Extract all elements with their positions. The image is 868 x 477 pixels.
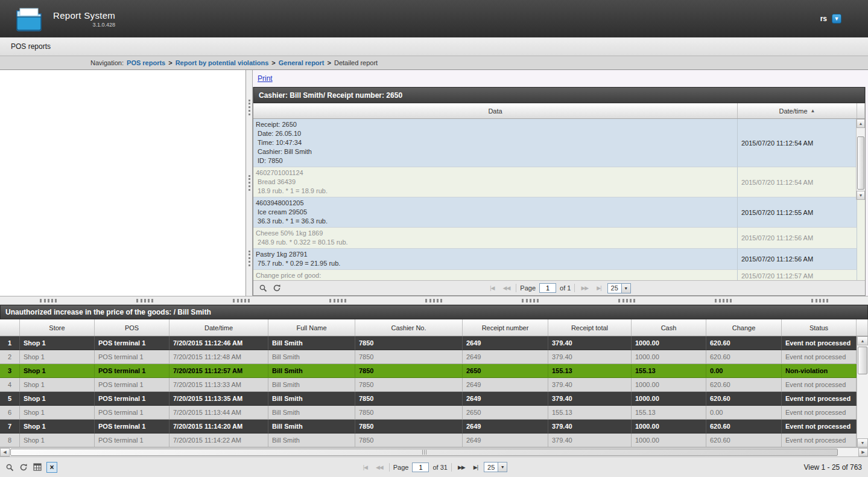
violation-row[interactable]: 1 Shop 1 POS terminal 1 7/20/2015 11:12:… xyxy=(0,336,857,350)
detail-row[interactable]: Change price of good: 2015/07/20 11:12:5… xyxy=(253,270,857,280)
cell-receipt-total: 155.13 xyxy=(548,364,632,378)
detail-grid-body: Receipt: 2650 Date: 26.05.10 Time: 10:47… xyxy=(253,119,865,280)
detail-panel: Print Cashier: Bill Smith/ Receipt numbe… xyxy=(253,70,868,296)
column-header-receipt-total[interactable]: Receipt total xyxy=(548,319,632,336)
column-header-full-name[interactable]: Full Name xyxy=(268,319,355,336)
refresh-icon[interactable] xyxy=(19,463,28,472)
horizontal-splitter[interactable] xyxy=(0,296,868,305)
cell-status: Non-violation xyxy=(782,364,857,378)
detail-row[interactable]: 4602701001124 Bread 36439 18.9 rub. * 1 … xyxy=(253,167,857,197)
grid-view-icon[interactable] xyxy=(33,463,42,472)
scroll-down-button[interactable]: ▼ xyxy=(857,191,865,200)
clear-selection-button[interactable]: × xyxy=(46,462,57,473)
detail-cell-data: Cheese 50% 1kg 1869 248.9 rub. * 0.322 =… xyxy=(253,228,738,249)
detail-row[interactable]: Cheese 50% 1kg 1869 248.9 rub. * 0.322 =… xyxy=(253,228,857,249)
cell-cash: 1000.00 xyxy=(632,336,706,350)
vertical-splitter[interactable] xyxy=(246,70,253,296)
page-size-select[interactable]: 25 ▼ xyxy=(607,283,631,293)
pager-first-button[interactable]: |◀ xyxy=(487,285,496,291)
cell-datetime: 7/20/2015 11:14:20 AM xyxy=(169,420,268,434)
cell-cash: 155.13 xyxy=(632,406,706,420)
cell-datetime: 7/20/2015 11:12:48 AM xyxy=(169,350,268,364)
scroll-thumb[interactable] xyxy=(858,347,867,374)
page-input[interactable] xyxy=(539,283,556,293)
detail-row[interactable]: Pastry 1kg 28791 75.7 rub. * 0.29 = 21.9… xyxy=(253,249,857,270)
column-header-datetime[interactable]: Date/time xyxy=(169,319,268,336)
column-header-datetime[interactable]: Date/time ▲ xyxy=(738,103,857,118)
breadcrumb-link-general-report[interactable]: General report xyxy=(279,59,325,66)
cell-pos: POS terminal 1 xyxy=(95,378,169,392)
detail-cell-data: Change price of good: xyxy=(253,270,738,280)
column-header-change[interactable]: Change xyxy=(706,319,782,336)
cell-receipt-total: 155.13 xyxy=(548,406,632,420)
cell-datetime: 7/20/2015 11:13:33 AM xyxy=(169,378,268,392)
cell-receipt-total: 379.40 xyxy=(548,420,632,434)
cell-rownum: 3 xyxy=(0,364,20,378)
column-header-receipt-number[interactable]: Receipt number xyxy=(463,319,548,336)
cell-cash: 1000.00 xyxy=(632,378,706,392)
scroll-down-button[interactable]: ▼ xyxy=(857,438,868,447)
cell-full-name: Bill Smith xyxy=(268,434,355,447)
violation-row[interactable]: 4 Shop 1 POS terminal 1 7/20/2015 11:13:… xyxy=(0,378,857,392)
tab-pos-reports[interactable]: POS reports xyxy=(11,42,51,51)
page-input[interactable] xyxy=(412,463,429,472)
cell-pos: POS terminal 1 xyxy=(95,406,169,420)
violation-row[interactable]: 6 Shop 1 POS terminal 1 7/20/2015 11:13:… xyxy=(0,406,857,420)
cell-status: Event not processed xyxy=(782,350,857,364)
scroll-thumb[interactable] xyxy=(10,449,838,456)
cell-cashier-no: 7850 xyxy=(355,406,463,420)
column-header-cashier-no[interactable]: Cashier No. xyxy=(355,319,463,336)
user-menu-button[interactable]: ▼ xyxy=(832,14,841,24)
violation-row[interactable]: 5 Shop 1 POS terminal 1 7/20/2015 11:13:… xyxy=(0,392,857,406)
breadcrumb-link-report-by-potential-violations[interactable]: Report by potential violations xyxy=(176,59,269,66)
violations-horizontal-scrollbar[interactable]: ◀ ▶ xyxy=(0,447,868,456)
print-link[interactable]: Print xyxy=(258,74,273,83)
pager-next-button[interactable]: ▶▶ xyxy=(578,285,591,291)
pager-last-button[interactable]: ▶| xyxy=(471,464,480,470)
pager-prev-button[interactable]: ◀◀ xyxy=(501,285,513,291)
cell-store: Shop 1 xyxy=(20,392,95,406)
scroll-right-button[interactable]: ▶ xyxy=(858,448,868,456)
cell-cash: 155.13 xyxy=(632,364,706,378)
user-area: rs ▼ xyxy=(820,14,841,24)
search-icon[interactable] xyxy=(5,463,14,472)
detail-cell-data: 4603948001205 Ice cream 29505 36.3 rub. … xyxy=(253,197,738,228)
refresh-icon[interactable] xyxy=(272,283,282,293)
violations-vertical-scrollbar[interactable]: ▲ ▼ xyxy=(857,336,868,447)
violation-row[interactable]: 7 Shop 1 POS terminal 1 7/20/2015 11:14:… xyxy=(0,420,857,434)
scroll-thumb[interactable] xyxy=(857,136,864,190)
violation-row[interactable]: 2 Shop 1 POS terminal 1 7/20/2015 11:12:… xyxy=(0,350,857,364)
cell-change: 620.60 xyxy=(706,420,782,434)
cell-full-name: Bill Smith xyxy=(268,420,355,434)
column-header-status[interactable]: Status xyxy=(782,319,857,336)
cell-store: Shop 1 xyxy=(20,378,95,392)
detail-row[interactable]: 4603948001205 Ice cream 29505 36.3 rub. … xyxy=(253,197,857,228)
scroll-up-button[interactable]: ▲ xyxy=(857,336,868,345)
cell-pos: POS terminal 1 xyxy=(95,392,169,406)
violation-row[interactable]: 8 Shop 1 POS terminal 1 7/20/2015 11:14:… xyxy=(0,434,857,447)
pager-first-button[interactable]: |◀ xyxy=(361,464,370,470)
breadcrumb-link-pos-reports[interactable]: POS reports xyxy=(127,59,165,66)
column-header-cash[interactable]: Cash xyxy=(632,319,706,336)
splitter-grip xyxy=(811,299,828,303)
pager-prev-button[interactable]: ◀◀ xyxy=(373,464,385,470)
app-title-block: Report System 3.1.0.428 xyxy=(53,10,115,28)
column-header-pos[interactable]: POS xyxy=(95,319,169,336)
scroll-left-button[interactable]: ◀ xyxy=(0,448,10,456)
cell-receipt-number: 2649 xyxy=(463,420,548,434)
cell-cashier-no: 7850 xyxy=(355,336,463,350)
detail-vertical-scrollbar[interactable]: ▲ ▼ xyxy=(856,119,865,200)
column-header-data[interactable]: Data xyxy=(253,103,738,118)
cell-cashier-no: 7850 xyxy=(355,378,463,392)
cell-rownum: 6 xyxy=(0,406,20,420)
violation-row[interactable]: 3 Shop 1 POS terminal 1 7/20/2015 11:12:… xyxy=(0,364,857,378)
scroll-up-button[interactable]: ▲ xyxy=(857,119,865,128)
select-arrow-icon: ▼ xyxy=(621,284,630,293)
column-header-store[interactable]: Store xyxy=(20,319,95,336)
search-icon[interactable] xyxy=(258,283,268,293)
detail-row[interactable]: Receipt: 2650 Date: 26.05.10 Time: 10:47… xyxy=(253,119,857,167)
pager-next-button[interactable]: ▶▶ xyxy=(455,464,467,470)
pager-last-button[interactable]: ▶| xyxy=(594,285,603,291)
breadcrumb: Navigation: POS reports > Report by pote… xyxy=(0,56,868,70)
page-size-select[interactable]: 25 ▼ xyxy=(484,462,507,472)
